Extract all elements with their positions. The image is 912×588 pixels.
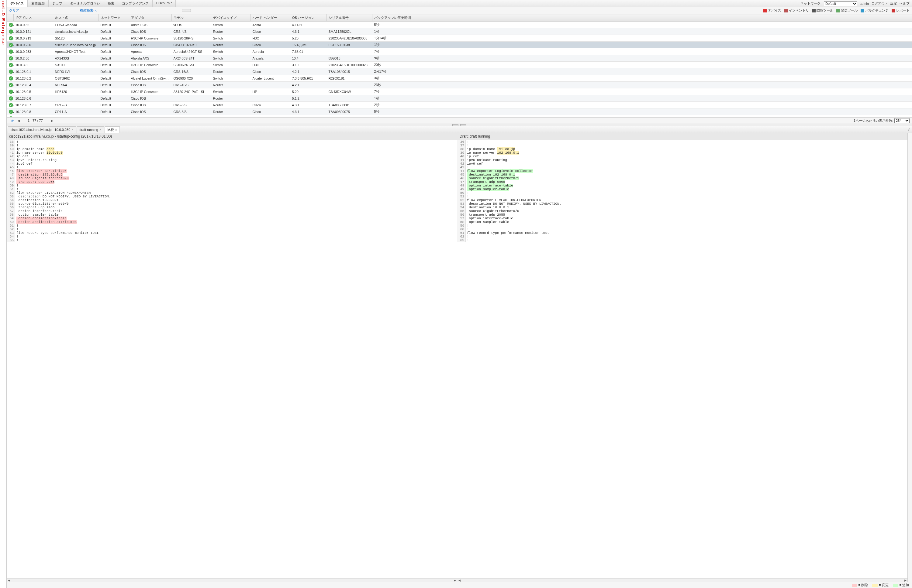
doc-tab-0[interactable]: cisco1921labo.intra.lvi.co.jp - 10.0.0.2… (8, 126, 76, 133)
diff-text: flow record type performance-monitor tes… (15, 231, 457, 235)
col-9[interactable]: シリアル番号 (327, 14, 373, 21)
cell: Router (211, 108, 251, 115)
col-7[interactable]: ハード ベンダー (251, 14, 290, 21)
diff-text: ! (15, 140, 457, 144)
table-row[interactable]: ✓10.128.0.6DefaultCisco IOSRouter5.1.21秒 (7, 95, 912, 102)
prev-page[interactable]: ◀ (16, 119, 21, 123)
col-8[interactable]: OS バージョン (290, 14, 327, 21)
tool-5[interactable]: レポート (892, 8, 910, 13)
cell: Cisco (251, 28, 290, 35)
diff-right-body[interactable]: 36!37!38ip domain name lvi.co.jp39ip nam… (457, 140, 907, 578)
top-tab-4[interactable]: 検索 (104, 0, 118, 7)
cell: 10.0.0.250 (14, 42, 53, 48)
diff-line: 58 option sampler-table (7, 213, 457, 216)
link-settings[interactable]: 設定 (891, 1, 897, 6)
collapse-up-icon[interactable] (460, 124, 467, 126)
top-tab-2[interactable]: ジョブ (49, 0, 66, 7)
table-row[interactable]: ✓10.0.2.50AX2430SDefaultAlaxala AXSAX243… (7, 55, 912, 61)
col-0[interactable] (7, 14, 14, 21)
table-row[interactable]: ✓10.0.0.250cisco1921labo.intra.lvi.co.jp… (7, 42, 912, 48)
cell: 15.4(3)M5 (290, 42, 327, 48)
tool-3[interactable]: 変更ツール (836, 8, 858, 13)
cell: CR11-A (53, 108, 99, 115)
col-4[interactable]: アダプタ (129, 14, 172, 21)
cell: Arista (251, 21, 290, 28)
diff-line: 47 destination 172.16.0.5 (7, 173, 457, 176)
splitter[interactable] (7, 124, 912, 126)
table-row[interactable]: ✓10.128.0.9CR4-BDefaultCisco IOSCRS-4/SR… (7, 115, 912, 118)
diff-gutter: 41 (7, 151, 15, 155)
cell: Default (99, 55, 129, 61)
col-3[interactable]: ネットワーク (99, 14, 129, 21)
popout-icon[interactable]: ⤢ (906, 128, 912, 131)
table-row[interactable]: ✓10.0.0.36EOS-GW.aaaaDefaultArista EOSvE… (7, 21, 912, 28)
per-page-select[interactable]: 254 (894, 118, 910, 123)
hscroll-right[interactable]: ◀▶ (457, 578, 907, 582)
top-tab-6[interactable]: Cisco PnP (152, 0, 176, 7)
hscroll-left[interactable]: ◀▶ (7, 578, 457, 582)
diff-text: transport udp 2055 (466, 213, 907, 216)
top-tab-5[interactable]: コンプライアンス (118, 0, 152, 7)
link-logout[interactable]: ログアウト (871, 1, 888, 6)
refresh-icon[interactable]: ⟳ (9, 119, 16, 123)
diff-left-body[interactable]: 38!39!40ip domain name aaaa41ip name-ser… (7, 140, 457, 578)
table-row[interactable]: ✓10.0.0.213S5120DefaultH3C/HP ComwareS51… (7, 35, 912, 42)
diff-text: ipv6 cef (466, 162, 907, 166)
doc-tab-1[interactable]: draft running× (77, 126, 104, 133)
col-1[interactable]: IPアドレス (14, 14, 53, 21)
next-page[interactable]: ▶ (49, 119, 55, 123)
link-help[interactable]: ヘルプ (899, 1, 910, 6)
clear-link[interactable]: クリア (9, 8, 19, 13)
table-row[interactable]: ✓10.0.0.121simulator.intra.lvi.co.jpDefa… (7, 28, 912, 35)
col-10[interactable]: バックアップの所要時間 (373, 14, 912, 21)
diff-line: 63! (457, 238, 907, 242)
diff-text: option sampler-table (15, 213, 457, 216)
top-tab-1[interactable]: 変更履歴 (28, 0, 49, 7)
cell: Cisco (251, 115, 290, 118)
table-row[interactable]: ✓10.128.0.2OSTBF02DefaultAlcatel-Lucent … (7, 75, 912, 82)
table-row[interactable]: ✓10.128.0.4NER3-ADefaultCisco IOSCRS-16/… (7, 82, 912, 88)
table-row[interactable]: ✓10.128.0.7CR12-BDefaultCisco IOSCRS-8/S… (7, 102, 912, 108)
diff-line: 37! (457, 144, 907, 147)
link-admin[interactable]: admin (860, 2, 869, 5)
top-tab-3[interactable]: ターミナルプロキシ (66, 0, 104, 7)
diff-gutter: 49 (457, 187, 466, 191)
col-2[interactable]: ホスト名 (53, 14, 99, 21)
top-tab-0[interactable]: デバイス (7, 0, 28, 7)
diff-gutter: 51 (457, 195, 466, 198)
close-icon[interactable]: × (99, 128, 101, 131)
diff-line: 65! (7, 238, 457, 242)
table-row[interactable]: ✓10.128.0.8CR11-ADefaultCisco IOSCRS-8/S… (7, 108, 912, 115)
cell: Router (211, 28, 251, 35)
col-6[interactable]: デバイスタイプ (211, 14, 251, 21)
diff-text: ! (15, 238, 457, 242)
diff-text: ipv6 cef (15, 162, 457, 166)
cell: 4.3.1 (290, 102, 327, 108)
diff-line: 38ip domain name lvi.co.jp (457, 147, 907, 151)
expander-toggle[interactable] (182, 9, 191, 12)
tool-4[interactable]: バルクチェンジ (861, 8, 889, 13)
doc-tab-2[interactable]: 比較× (105, 126, 120, 133)
adv-search-link[interactable]: 複雑検索へ (80, 8, 97, 13)
table-row[interactable]: ✓10.0.0.253Apresia3424GT-TestDefaultApre… (7, 48, 912, 55)
cell: Default (99, 82, 129, 88)
cell: CRS-8/S (172, 102, 211, 108)
col-5[interactable]: モデル (172, 14, 211, 21)
tool-1[interactable]: インベントリ (784, 8, 809, 13)
table-row[interactable]: ✓10.128.0.5HP5120DefaultH3C/HP ComwareA5… (7, 88, 912, 95)
close-icon[interactable]: × (71, 128, 73, 131)
diff-marker-strip[interactable] (908, 133, 912, 582)
close-icon[interactable]: × (115, 128, 117, 131)
table-row[interactable]: ✓10.128.0.1NER3-LVIDefaultCisco IOSCRS-1… (7, 68, 912, 75)
collapse-down-icon[interactable] (452, 124, 458, 126)
table-row[interactable]: ✓10.0.3.8S3100DefaultH3C/HP ComwareS3100… (7, 61, 912, 68)
diff-gutter: 50 (457, 191, 466, 195)
cell: 2分17秒 (373, 68, 912, 75)
diff-line: 53 description DO NOT MODIFY. USED BY LI… (7, 195, 457, 198)
top-tabbar: デバイス変更履歴ジョブターミナルプロキシ検索コンプライアンスCisco PnP … (7, 0, 912, 7)
cell: Cisco IOS (129, 115, 172, 118)
network-select[interactable]: Default (824, 1, 857, 6)
cell: 10.128.0.2 (14, 75, 53, 82)
tool-0[interactable]: デバイス (763, 8, 781, 13)
tool-2[interactable]: 閲覧ツール (812, 8, 833, 13)
